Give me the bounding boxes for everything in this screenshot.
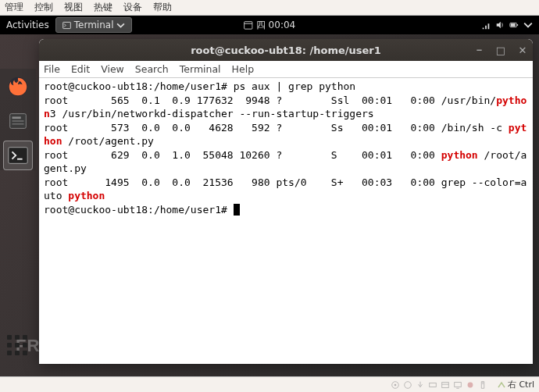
- rec-icon: [466, 380, 475, 390]
- vbox-menu-manage[interactable]: 管理: [5, 1, 23, 14]
- close-button[interactable]: ✕: [517, 45, 528, 56]
- battery-icon: [509, 20, 519, 30]
- vbox-menu-devices[interactable]: 设备: [123, 1, 142, 14]
- chevron-down-icon: [523, 20, 533, 30]
- svg-point-15: [405, 381, 412, 388]
- files-icon: [6, 109, 30, 133]
- menu-terminal[interactable]: Terminal: [180, 63, 221, 75]
- shared-icon: [441, 380, 450, 390]
- calendar-icon: [244, 20, 253, 30]
- svg-point-21: [467, 382, 473, 387]
- svg-rect-0: [62, 22, 70, 28]
- terminal-menubar: File Edit View Search Terminal Help: [39, 61, 533, 78]
- usb-icon: [416, 380, 425, 390]
- maximize-button[interactable]: □: [495, 45, 506, 56]
- svg-rect-19: [455, 382, 462, 387]
- virtualbox-status-bar: 右 Ctrl: [0, 376, 539, 392]
- host-key-indicator: 右 Ctrl: [497, 379, 534, 390]
- window-title: root@cuckoo-ubt18: /home/user1: [191, 45, 381, 56]
- network-icon: [481, 20, 491, 30]
- dock-item-terminal[interactable]: [3, 141, 33, 170]
- gnome-top-bar: Activities Terminal 四 00:04: [0, 16, 539, 34]
- svg-point-14: [394, 383, 397, 386]
- firefox-icon: [6, 75, 30, 98]
- terminal-icon: [6, 144, 30, 167]
- menu-search[interactable]: Search: [135, 63, 169, 75]
- minimize-button[interactable]: －: [473, 43, 484, 57]
- svg-rect-17: [442, 382, 449, 387]
- hd-icon: [391, 380, 400, 390]
- display-icon: [453, 380, 462, 390]
- vbox-menu-view[interactable]: 视图: [64, 1, 83, 14]
- menu-help[interactable]: Help: [232, 63, 255, 75]
- terminal-output[interactable]: root@cuckoo-ubt18:/home/user1# ps aux | …: [39, 78, 533, 364]
- vbox-menu-hotkeys[interactable]: 热键: [94, 1, 112, 14]
- activities-button[interactable]: Activities: [6, 20, 49, 30]
- dock-item-files[interactable]: [3, 106, 33, 136]
- svg-rect-5: [511, 23, 516, 26]
- menu-view[interactable]: View: [101, 63, 124, 75]
- mouse-icon: [478, 380, 487, 390]
- vbox-menu-control[interactable]: 控制: [34, 1, 53, 14]
- menu-edit[interactable]: Edit: [71, 63, 90, 75]
- app-menu-label: Terminal: [74, 20, 114, 30]
- clock[interactable]: 四 00:04: [244, 19, 295, 32]
- svg-rect-4: [517, 24, 518, 26]
- menu-file[interactable]: File: [44, 63, 60, 75]
- terminal-window: root@cuckoo-ubt18: /home/user1 － □ ✕ Fil…: [39, 39, 533, 364]
- svg-rect-9: [12, 120, 24, 122]
- show-applications-button[interactable]: [5, 333, 30, 358]
- window-titlebar[interactable]: root@cuckoo-ubt18: /home/user1 － □ ✕: [39, 39, 533, 61]
- svg-rect-10: [12, 123, 24, 125]
- svg-rect-1: [245, 22, 252, 29]
- virtualbox-host-menubar: 管理 控制 视图 热键 设备 帮助: [0, 0, 539, 16]
- volume-icon: [495, 20, 505, 30]
- svg-rect-11: [9, 148, 27, 164]
- vbox-menu-help[interactable]: 帮助: [153, 1, 172, 14]
- clock-label: 四 00:04: [256, 19, 295, 32]
- net-icon: [428, 380, 437, 390]
- app-menu-terminal[interactable]: Terminal: [55, 17, 133, 33]
- terminal-icon: [62, 21, 71, 30]
- chevron-down-icon: [116, 21, 125, 30]
- dock-item-firefox[interactable]: [3, 72, 33, 102]
- desktop-area: root@cuckoo-ubt18: /home/user1 － □ ✕ Fil…: [0, 34, 539, 376]
- cd-icon: [403, 380, 412, 390]
- system-status-area[interactable]: [481, 20, 533, 30]
- svg-rect-8: [12, 116, 21, 119]
- svg-rect-16: [430, 383, 437, 387]
- launcher-dock: [0, 69, 36, 170]
